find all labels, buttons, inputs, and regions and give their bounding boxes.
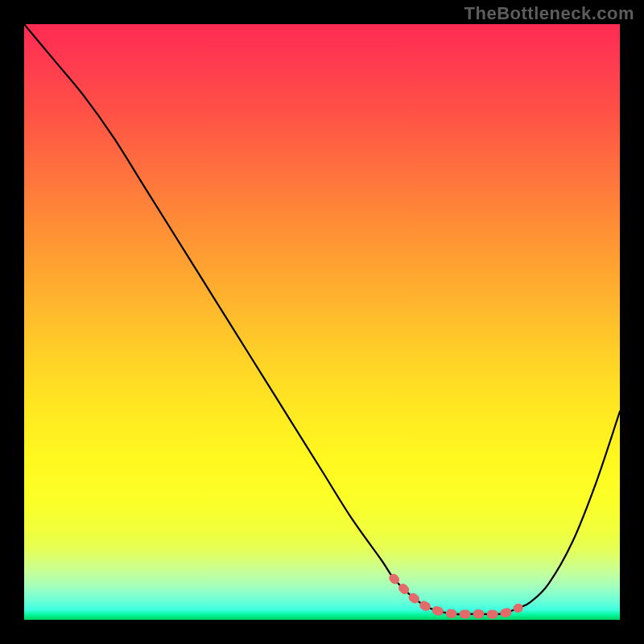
plot-area [24,24,620,620]
bottleneck-curve [24,24,620,614]
chart-frame: TheBottleneck.com [0,0,644,644]
watermark-text: TheBottleneck.com [464,3,634,24]
optimal-range-highlight [394,578,518,614]
bottleneck-curve-svg [24,24,620,620]
